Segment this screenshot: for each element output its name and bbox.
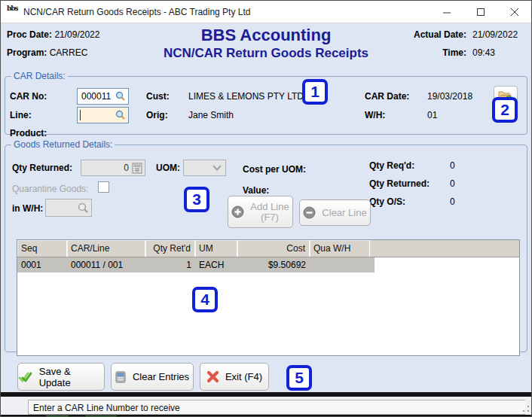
status-bar: Enter a CAR Line Number to receive bbox=[1, 397, 531, 415]
exit-button[interactable]: Exit (F4) bbox=[200, 363, 269, 391]
goods-returned-legend: Goods Returned Details: bbox=[11, 139, 115, 150]
calculator-icon[interactable] bbox=[132, 163, 142, 174]
table-row[interactable]: 0001 000011 / 001 1 EACH $9.50692 bbox=[17, 257, 375, 272]
quarantine-checkbox[interactable] bbox=[98, 181, 109, 193]
cell-car-line: 000011 / 001 bbox=[67, 257, 145, 272]
program-value: CARREC bbox=[50, 47, 88, 58]
minus-circle-icon bbox=[303, 206, 316, 219]
time-label: Time: bbox=[402, 47, 466, 58]
lines-table[interactable]: Seq CAR/Line Qty Ret'd UM Cost Qua W/H 0… bbox=[17, 239, 520, 356]
col-header-um[interactable]: UM bbox=[195, 240, 237, 257]
annotation-marker-2: 2 bbox=[492, 97, 518, 123]
status-message: Enter a CAR Line Number to receive bbox=[28, 400, 525, 415]
product-label: Product: bbox=[10, 128, 47, 138]
cell-qty-retd: 1 bbox=[145, 257, 195, 272]
proc-date-value: 21/09/2022 bbox=[54, 29, 99, 40]
cell-qua-wh bbox=[310, 257, 370, 272]
qty-returned-value: 0 bbox=[84, 163, 132, 173]
plus-circle-icon bbox=[231, 205, 244, 218]
app-window: bbs NCN/CAR Return Goods Receipts - ABC … bbox=[0, 0, 532, 417]
cost-per-uom-label: Cost per UOM: bbox=[243, 164, 306, 175]
orig-label: Orig: bbox=[146, 110, 168, 120]
value-label: Value: bbox=[243, 185, 269, 196]
minimize-button[interactable] bbox=[430, 1, 463, 23]
close-button[interactable] bbox=[497, 1, 531, 23]
double-check-icon bbox=[18, 371, 33, 383]
clear-line-button[interactable]: Clear Line bbox=[299, 199, 371, 226]
qty-returned-total-value: 0 bbox=[450, 178, 455, 189]
car-no-value: 000011 bbox=[80, 91, 115, 102]
app-logo-icon: bbs bbox=[7, 5, 20, 19]
cell-um: EACH bbox=[195, 257, 237, 272]
orig-value: Jane Smith bbox=[188, 110, 234, 120]
qty-reqd-label: Qty Req'd: bbox=[369, 160, 414, 171]
minimize-icon bbox=[442, 8, 451, 17]
add-line-button[interactable]: Add Line (F7) bbox=[228, 196, 293, 228]
col-header-qua-wh[interactable]: Qua W/H bbox=[310, 240, 370, 257]
table-header-row: Seq CAR/Line Qty Ret'd UM Cost Qua W/H bbox=[17, 240, 519, 257]
close-icon bbox=[510, 8, 519, 17]
line-input[interactable] bbox=[77, 107, 129, 123]
maximize-button[interactable] bbox=[463, 1, 497, 23]
goods-returned-group: Goods Returned Details: Qty Returned: 0 … bbox=[5, 139, 527, 352]
col-header-cost[interactable]: Cost bbox=[237, 240, 310, 257]
car-details-legend: CAR Details: bbox=[11, 71, 68, 81]
proc-date-label: Proc Date: bbox=[7, 29, 52, 40]
annotation-marker-4: 4 bbox=[192, 287, 218, 312]
car-no-input[interactable]: 000011 bbox=[77, 88, 129, 105]
line-label: Line: bbox=[10, 110, 32, 120]
add-line-label: Add Line bbox=[250, 201, 289, 212]
search-icon-gray bbox=[78, 202, 89, 214]
uom-label: UOM: bbox=[156, 163, 180, 173]
maximize-icon bbox=[476, 8, 485, 17]
col-header-seq[interactable]: Seq bbox=[17, 240, 67, 257]
qty-os-label: Qty O/S: bbox=[369, 196, 405, 207]
uom-select bbox=[183, 160, 226, 176]
window-title: NCN/CAR Return Goods Receipts - ABC Trad… bbox=[23, 7, 250, 17]
screen-title: NCN/CAR Return Goods Receipts bbox=[164, 46, 368, 61]
annotation-marker-5: 5 bbox=[286, 365, 312, 391]
wh-value: 01 bbox=[427, 110, 437, 120]
actual-date-value: 21/09/2022 bbox=[472, 29, 525, 40]
search-icon[interactable] bbox=[115, 110, 126, 120]
clear-entries-label: Clear Entries bbox=[133, 371, 189, 382]
car-details-group: CAR Details: CAR No: 000011 Cust: LIMES … bbox=[5, 71, 527, 135]
actual-date-label: Actual Date: bbox=[402, 29, 466, 40]
cell-cost: $9.50692 bbox=[237, 257, 310, 272]
program-label: Program: bbox=[7, 47, 47, 58]
title-bar: bbs NCN/CAR Return Goods Receipts - ABC … bbox=[1, 1, 531, 23]
annotation-marker-1: 1 bbox=[302, 79, 328, 105]
qty-returned-input: 0 bbox=[81, 160, 145, 176]
car-date-value: 19/03/2018 bbox=[427, 91, 472, 102]
qty-returned-total-label: Qty Returned: bbox=[369, 178, 430, 189]
app-title: BBS Accounting bbox=[164, 26, 368, 45]
calculator-clear-icon bbox=[115, 370, 127, 383]
in-wh-input bbox=[45, 199, 92, 217]
annotation-marker-3: 3 bbox=[184, 187, 209, 212]
quarantine-goods-label: Quarantine Goods: bbox=[12, 184, 88, 194]
clear-line-label: Clear Line bbox=[322, 207, 366, 218]
cell-seq: 0001 bbox=[17, 257, 67, 272]
time-value: 09:43 bbox=[472, 47, 525, 58]
cust-label: Cust: bbox=[146, 91, 170, 102]
qty-os-value: 0 bbox=[450, 196, 455, 207]
col-header-qty-retd[interactable]: Qty Ret'd bbox=[145, 240, 195, 257]
chevron-down-icon bbox=[212, 162, 221, 170]
col-header-car-line[interactable]: CAR/Line bbox=[67, 240, 145, 257]
resize-grip-icon[interactable] bbox=[523, 406, 529, 412]
exit-label: Exit (F4) bbox=[225, 371, 262, 382]
qty-reqd-value: 0 bbox=[450, 160, 455, 171]
search-icon[interactable] bbox=[115, 91, 126, 102]
save-update-label: Save & Update bbox=[39, 366, 104, 388]
add-line-key: (F7) bbox=[261, 212, 279, 223]
cust-value: LIMES & LEMONS PTY LTD bbox=[188, 91, 304, 102]
qty-returned-label: Qty Returned: bbox=[12, 163, 72, 173]
in-wh-label: in W/H: bbox=[12, 203, 43, 214]
text-caret bbox=[80, 110, 81, 120]
save-update-button[interactable]: Save & Update bbox=[17, 363, 105, 391]
clear-entries-button[interactable]: Clear Entries bbox=[111, 363, 194, 391]
car-date-label: CAR Date: bbox=[365, 91, 409, 102]
car-no-label: CAR No: bbox=[10, 91, 47, 102]
red-x-icon bbox=[206, 370, 219, 383]
wh-label: W/H: bbox=[365, 110, 385, 120]
